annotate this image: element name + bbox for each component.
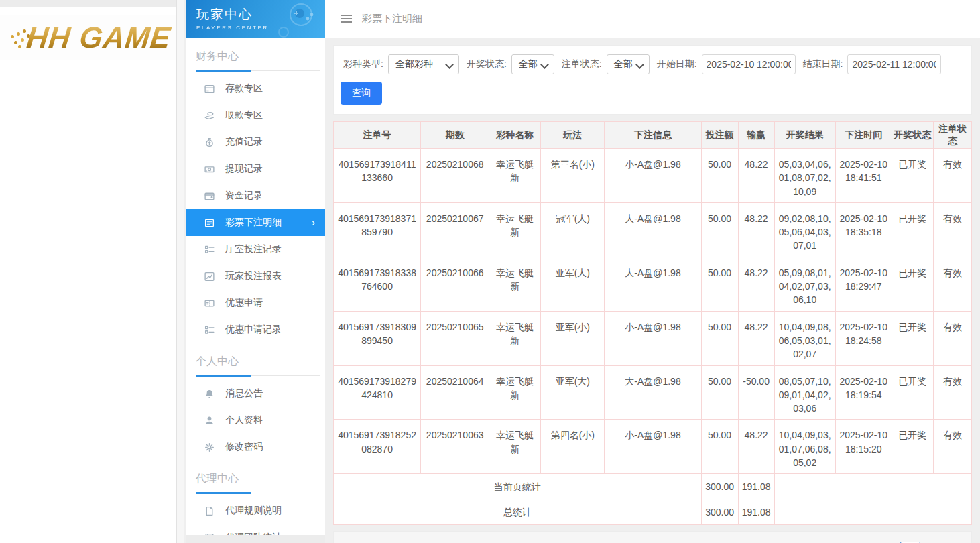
cell-bet-status: 有效 (933, 311, 971, 365)
chevron-down-icon (540, 60, 549, 69)
cell-bet-amount: 50.00 (701, 202, 738, 257)
cell-bet-id: 401569173918309899450 (334, 311, 421, 365)
cell-bet-id: 401569173918371859790 (334, 202, 421, 257)
top-strip (0, 0, 176, 7)
sidebar-section-rule (186, 492, 325, 494)
pagination-bar: 每页显示20条 共6条 首页 上一页 [1] 下一页 第 页 跳转 (333, 531, 972, 543)
sidebar-section-rule (186, 375, 325, 377)
sidebar-item[interactable]: 存款专区 (186, 75, 325, 102)
cell-period: 20250210067 (421, 202, 489, 257)
sidebar-section-title: 财务中心 (186, 38, 325, 70)
column-header-win-loss: 输赢 (738, 122, 774, 149)
cell-draw-result: 10,04,09,03,01,07,06,08,05,02 (774, 420, 835, 474)
column-header-bet-info: 下注信息 (605, 122, 701, 149)
cell-bet-time: 2025-02-10 18:24:58 (835, 311, 892, 365)
person-icon (204, 415, 215, 426)
sidebar-item[interactable]: 优惠申请 (186, 290, 325, 316)
sidebar: 玩家中心 PLAYERS CENTER 财务中心存款专区取款专区充值记录提现记录… (186, 0, 325, 543)
summary-bet-total: 300.00 (701, 499, 738, 525)
table-row: 40156917391825208287020250210063幸运飞艇新第四名… (334, 420, 972, 474)
sidebar-item-label: 存款专区 (225, 82, 263, 95)
chevron-down-icon (635, 60, 644, 69)
list-icon (204, 217, 215, 229)
summary-empty (774, 499, 971, 525)
cell-period: 20250210064 (421, 365, 489, 420)
sidebar-item[interactable]: 个人资料 (186, 407, 325, 434)
sidebar-item-label: 代理规则说明 (225, 505, 282, 517)
cell-bet-status: 有效 (933, 420, 971, 474)
sidebar-item-label: 优惠申请 (225, 297, 263, 309)
logo-panel: HH GAME (0, 0, 176, 543)
sidebar-item[interactable]: 提现记录 (186, 156, 325, 182)
column-header-lottery-name: 彩种名称 (489, 122, 541, 149)
cell-play-type: 亚军(大) (541, 365, 605, 420)
sidebar-item[interactable]: 消息公告 (186, 380, 325, 407)
sidebar-item[interactable]: 取款专区 (186, 102, 325, 129)
cell-play-type: 亚军(大) (541, 257, 605, 311)
cell-bet-time: 2025-02-10 18:35:18 (835, 202, 892, 257)
sidebar-item[interactable]: 彩票下注明细› (186, 209, 325, 236)
sidebar-item-label: 厅室投注记录 (225, 243, 282, 255)
bet-status-select[interactable]: 全部 (607, 54, 650, 74)
sidebar-item[interactable]: 优惠申请记录 (186, 316, 325, 343)
chart-icon (204, 271, 215, 282)
sidebar-bottom-strip (186, 535, 325, 543)
sidebar-item[interactable]: 厅室投注记录 (186, 236, 325, 263)
cell-draw-result: 05,03,04,06,01,08,07,02,10,09 (774, 149, 835, 203)
summary-label: 总统计 (334, 499, 702, 525)
summary-empty (774, 474, 971, 499)
cell-play-type: 第四名(小) (541, 420, 605, 474)
cell-win-loss: 48.22 (738, 149, 774, 203)
cash-icon (204, 164, 215, 175)
scrollbar-gutter[interactable] (176, 0, 184, 543)
column-header-bet-amount: 投注额 (701, 122, 738, 149)
cell-play-type: 亚军(小) (541, 311, 605, 365)
column-header-play-type: 玩法 (541, 122, 605, 149)
list-detail-icon (204, 244, 215, 255)
sidebar-item[interactable]: 玩家投注报表 (186, 263, 325, 290)
query-button[interactable]: 查询 (341, 82, 382, 105)
filter-row: 彩种类型: 全部彩种 开奖状态: 全部 注单状态: 全部 开始日期: 结束日期: (341, 54, 965, 74)
cell-bet-info: 大-A盘@1.98 (605, 365, 701, 420)
lottery-type-value: 全部彩种 (395, 58, 433, 70)
table-row: 40156917391827942481020250210064幸运飞艇新亚军(… (334, 365, 972, 420)
summary-label: 当前页统计 (334, 474, 702, 499)
cell-lottery-name: 幸运飞艇新 (489, 365, 541, 420)
sidebar-item[interactable]: 代理规则说明 (186, 497, 325, 524)
draw-status-select[interactable]: 全部 (511, 54, 554, 74)
sidebar-item[interactable]: 资金记录 (186, 182, 325, 209)
sidebar-section-title: 个人中心 (186, 343, 325, 375)
sidebar-item[interactable]: 充值记录 (186, 129, 325, 156)
table-row: 40156917391833876460020250210066幸运飞艇新亚军(… (334, 257, 972, 311)
column-header-bet-status: 注单状态 (933, 122, 971, 149)
sidebar-item[interactable]: 修改密码 (186, 434, 325, 461)
sidebar-item-label: 消息公告 (225, 387, 263, 400)
bets-table-card: 注单号期数彩种名称玩法下注信息投注额输赢开奖结果下注时间开奖状态注单状态4015… (333, 121, 972, 525)
end-date-input[interactable] (847, 54, 941, 74)
sidebar-header: 玩家中心 PLAYERS CENTER (186, 0, 325, 38)
cell-bet-info: 大-A盘@1.98 (605, 202, 701, 257)
cell-win-loss: 48.22 (738, 257, 774, 311)
summary-row: 总统计300.00191.08 (334, 499, 972, 525)
main-content: 彩票下注明细 彩种类型: 全部彩种 开奖状态: 全部 注单状态: 全部 (325, 0, 980, 543)
column-header-period: 期数 (421, 122, 489, 149)
list-detail-icon (204, 324, 215, 336)
wallet-icon (204, 190, 215, 202)
cell-period: 20250210065 (421, 311, 489, 365)
menu-toggle-icon[interactable] (339, 12, 353, 25)
summary-win-total: 191.08 (738, 474, 774, 499)
cell-draw-result: 10,04,09,08,06,05,03,01,02,07 (774, 311, 835, 365)
coupon-icon (204, 298, 215, 309)
draw-status-label: 开奖状态: (467, 58, 507, 70)
bet-status-label: 注单状态: (562, 58, 602, 70)
summary-bet-total: 300.00 (701, 474, 738, 499)
lottery-type-select[interactable]: 全部彩种 (388, 54, 459, 74)
doc-icon (204, 505, 215, 517)
logo-sparkle-dots (11, 35, 14, 38)
cell-draw-status: 已开奖 (892, 149, 933, 203)
cell-play-type: 冠军(大) (541, 202, 605, 257)
cell-period: 20250210068 (421, 149, 489, 203)
start-date-input[interactable] (702, 54, 796, 74)
cell-bet-amount: 50.00 (701, 365, 738, 420)
sidebar-item-label: 彩票下注明细 (225, 217, 282, 229)
